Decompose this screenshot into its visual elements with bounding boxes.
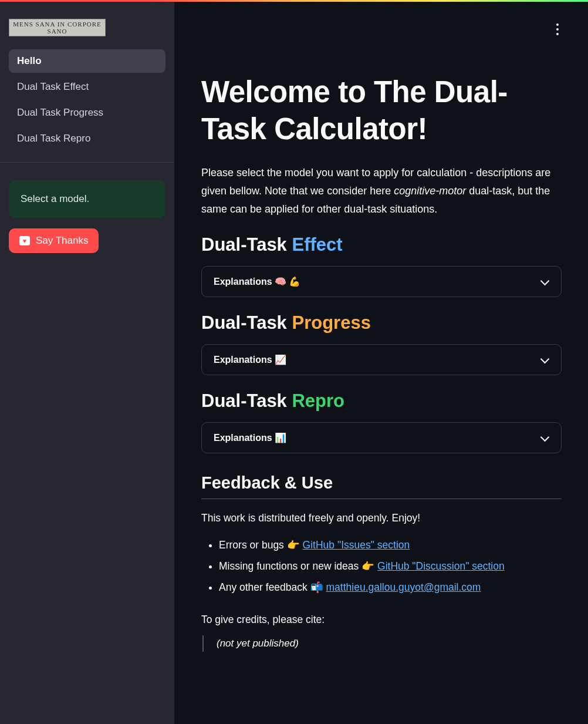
alert-text: Select a model. bbox=[21, 193, 89, 204]
heart-icon bbox=[19, 236, 30, 245]
section-heading-repro: Dual-Task Repro bbox=[201, 390, 562, 412]
main-content: Welcome to The Dual-Task Calculator! Ple… bbox=[175, 0, 588, 724]
sidebar-item-label: Dual Task Repro bbox=[17, 133, 90, 144]
expander-label: Explanations 📊 bbox=[214, 432, 286, 443]
chevron-down-icon bbox=[540, 357, 549, 363]
sidebar-item-hello[interactable]: Hello bbox=[9, 49, 165, 73]
sidebar-item-dual-task-repro[interactable]: Dual Task Repro bbox=[9, 127, 165, 150]
link-github-issues[interactable]: GitHub "Issues" section bbox=[303, 539, 410, 551]
section-heading-effect: Dual-Task Effect bbox=[201, 234, 562, 255]
sidebar-nav: Hello Dual Task Effect Dual Task Progres… bbox=[9, 49, 165, 150]
feedback-heading: Feedback & Use bbox=[201, 473, 562, 499]
list-item: Missing functions or new ideas 👉 GitHub … bbox=[219, 556, 562, 577]
expander-progress[interactable]: Explanations 📈 bbox=[201, 344, 562, 375]
expander-effect[interactable]: Explanations 🧠 💪 bbox=[201, 266, 562, 297]
sidebar-divider bbox=[0, 162, 174, 163]
logo: MENS SANA IN CORPORE SANO bbox=[9, 19, 106, 36]
sidebar-item-label: Dual Task Effect bbox=[17, 81, 89, 92]
say-thanks-button[interactable]: Say Thanks bbox=[9, 228, 99, 253]
sidebar-item-label: Hello bbox=[17, 55, 42, 66]
alert-select-model: Select a model. bbox=[9, 180, 165, 218]
list-item: Errors or bugs 👉 GitHub "Issues" section bbox=[219, 535, 562, 556]
citation-text: (not yet published) bbox=[217, 638, 299, 649]
sidebar-item-label: Dual Task Progress bbox=[17, 107, 103, 118]
expander-label: Explanations 🧠 💪 bbox=[214, 276, 300, 287]
intro-paragraph: Please select the model you want to appl… bbox=[201, 164, 562, 218]
sidebar: MENS SANA IN CORPORE SANO Hello Dual Tas… bbox=[0, 0, 175, 724]
sidebar-item-dual-task-effect[interactable]: Dual Task Effect bbox=[9, 75, 165, 99]
feedback-lead: This work is distributed freely and open… bbox=[201, 512, 562, 524]
sidebar-item-dual-task-progress[interactable]: Dual Task Progress bbox=[9, 101, 165, 124]
cite-intro: To give credits, please cite: bbox=[201, 614, 562, 626]
citation-block: (not yet published) bbox=[202, 635, 562, 652]
section-heading-progress: Dual-Task Progress bbox=[201, 312, 562, 334]
say-thanks-label: Say Thanks bbox=[36, 235, 88, 247]
top-gradient-bar bbox=[0, 0, 588, 2]
expander-repro[interactable]: Explanations 📊 bbox=[201, 422, 562, 453]
feedback-list: Errors or bugs 👉 GitHub "Issues" section… bbox=[201, 535, 562, 598]
page-title: Welcome to The Dual-Task Calculator! bbox=[201, 73, 562, 147]
link-email[interactable]: matthieu.gallou.guyot@gmail.com bbox=[326, 581, 481, 593]
chevron-down-icon bbox=[540, 435, 549, 441]
link-github-discussion[interactable]: GitHub "Discussion" section bbox=[377, 560, 505, 572]
expander-label: Explanations 📈 bbox=[214, 354, 286, 365]
kebab-menu-icon[interactable] bbox=[550, 22, 565, 36]
chevron-down-icon bbox=[540, 279, 549, 285]
list-item: Any other feedback 📬 matthieu.gallou.guy… bbox=[219, 577, 562, 598]
logo-text: MENS SANA IN CORPORE SANO bbox=[9, 21, 105, 35]
